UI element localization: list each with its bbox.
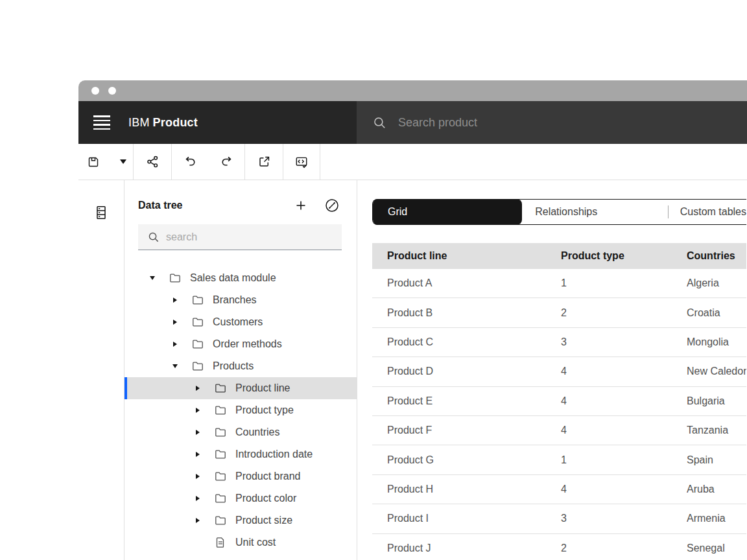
caret-right-icon[interactable] xyxy=(196,386,200,391)
tree-item-label: Product brand xyxy=(235,471,301,482)
add-button[interactable] xyxy=(293,198,309,213)
caret-right-icon[interactable] xyxy=(196,408,200,413)
window-control-dot[interactable] xyxy=(108,87,116,95)
cell: 3 xyxy=(561,336,687,348)
table-row[interactable]: Product G 1 Spain xyxy=(372,445,746,474)
data-grid: Product line Product type Countries Prod… xyxy=(372,243,746,560)
cell: 1 xyxy=(561,454,687,466)
caret-right-icon[interactable] xyxy=(173,342,177,347)
caret-down-icon[interactable] xyxy=(172,364,178,368)
tree-item-selected[interactable]: Product line xyxy=(124,377,357,399)
cell: Aruba xyxy=(687,484,746,495)
catalog-icon xyxy=(94,205,108,220)
open-in-new-tab-button[interactable] xyxy=(251,149,277,175)
column-header[interactable]: Product line xyxy=(372,250,561,262)
table-row[interactable]: Product B 2 Croatia xyxy=(372,298,746,327)
table-row[interactable]: Product J 2 Senegal xyxy=(372,534,746,560)
table-row[interactable]: Product I 3 Armenia xyxy=(372,504,746,533)
folder-icon xyxy=(214,492,227,505)
tree-item-label: Product type xyxy=(235,404,294,416)
cell: Bulgaria xyxy=(687,395,746,407)
page: IBM Product xyxy=(0,0,747,560)
redo-button[interactable] xyxy=(213,149,239,175)
tab-relationships[interactable]: Relationships xyxy=(522,200,668,224)
cell: Product G xyxy=(372,454,561,466)
tree-item[interactable]: Product type xyxy=(124,399,357,421)
global-search-input[interactable] xyxy=(398,116,696,130)
cell: Product B xyxy=(372,307,561,319)
table-row[interactable]: Product F 4 Tanzania xyxy=(372,416,746,445)
cell: Product I xyxy=(372,513,561,524)
share-button[interactable] xyxy=(139,149,165,175)
tree-item-label: Countries xyxy=(235,426,279,438)
tree-item[interactable]: Unit cost xyxy=(124,531,357,554)
cell: Product A xyxy=(372,277,561,289)
tree-item[interactable]: Products xyxy=(124,355,357,377)
share-group xyxy=(134,144,171,180)
save-options-button[interactable] xyxy=(115,149,131,175)
cell: Algeria xyxy=(687,277,746,289)
explore-button[interactable] xyxy=(324,198,340,213)
tab-grid[interactable]: Grid xyxy=(373,199,522,225)
column-header[interactable]: Product type xyxy=(561,250,687,262)
table-row[interactable]: Product D 4 New Caledonia xyxy=(372,357,746,386)
tree-item-label: Order methods xyxy=(213,338,282,350)
caret-right-icon[interactable] xyxy=(173,320,177,325)
caret-right-icon[interactable] xyxy=(173,298,177,303)
table-row[interactable]: Product H 4 Aruba xyxy=(372,475,746,504)
tree-item-label: Product line xyxy=(235,382,290,394)
tree-item[interactable]: Product color xyxy=(124,487,357,509)
tree-search[interactable] xyxy=(138,224,342,250)
cell: 1 xyxy=(561,277,687,289)
cell: Mongolia xyxy=(687,336,746,348)
content-area: Data tree xyxy=(78,180,747,560)
tree-item[interactable]: Sales data module xyxy=(124,267,357,289)
tree-item-label: Unit cost xyxy=(235,537,276,548)
caret-right-icon[interactable] xyxy=(196,430,200,435)
table-row[interactable]: Product E 4 Bulgaria xyxy=(372,387,746,416)
caret-down-icon[interactable] xyxy=(150,276,155,280)
search-icon xyxy=(372,115,386,130)
cell: Spain xyxy=(687,454,746,466)
global-search[interactable] xyxy=(357,101,747,144)
caret-right-icon[interactable] xyxy=(196,452,200,457)
table-row[interactable]: Product A 1 Algeria xyxy=(372,269,746,298)
column-header[interactable]: Countries xyxy=(687,250,746,262)
window-titlebar[interactable] xyxy=(78,80,747,101)
tree-item[interactable]: Customers xyxy=(124,311,357,333)
tree-item[interactable]: Order methods xyxy=(124,333,357,355)
cell: Product J xyxy=(372,542,561,554)
cell: Tanzania xyxy=(687,425,746,436)
left-rail xyxy=(78,180,124,560)
cell: Croatia xyxy=(687,307,746,319)
tree-item[interactable]: Product brand xyxy=(124,465,357,487)
embed-code-button[interactable] xyxy=(289,149,314,175)
tree-item[interactable]: Introduction date xyxy=(124,443,357,465)
tab-custom-tables[interactable]: Custom tables xyxy=(669,200,746,224)
menu-button[interactable] xyxy=(78,101,125,144)
cell: New Caledonia xyxy=(687,366,746,377)
folder-icon xyxy=(214,404,227,417)
search-icon xyxy=(147,231,160,243)
tab-label: Custom tables xyxy=(680,206,746,218)
hamburger-icon xyxy=(93,115,110,130)
folder-icon xyxy=(191,338,204,351)
save-button[interactable] xyxy=(80,149,106,175)
tree-item[interactable]: Countries xyxy=(124,421,357,443)
caret-right-icon[interactable] xyxy=(196,518,200,523)
tree-search-input[interactable] xyxy=(166,231,322,243)
tree-item-label: Customers xyxy=(213,316,263,328)
app-title: IBM Product xyxy=(128,101,198,144)
caret-right-icon[interactable] xyxy=(196,474,200,479)
window-control-dot[interactable] xyxy=(91,87,99,95)
cell: 4 xyxy=(561,484,687,495)
tree-item[interactable]: Branches xyxy=(124,289,357,311)
undo-button[interactable] xyxy=(178,149,204,175)
folder-icon xyxy=(191,360,204,373)
data-tree-panel: Data tree xyxy=(124,180,357,560)
caret-right-icon[interactable] xyxy=(196,496,200,501)
table-row[interactable]: Product C 3 Mongolia xyxy=(372,328,746,357)
tree-item[interactable]: Product size xyxy=(124,509,357,531)
data-catalog-rail-button[interactable] xyxy=(91,202,112,223)
caret-down-icon xyxy=(120,159,126,164)
